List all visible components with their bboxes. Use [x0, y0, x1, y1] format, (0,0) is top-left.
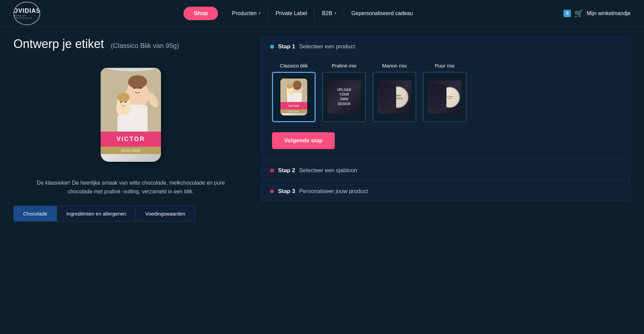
can-container: VICTOR 05-01-2019	[94, 61, 168, 169]
cart-icon: 🛒	[574, 9, 583, 18]
mini-box-praline: UPLOADYOUROWNDESIGN	[327, 80, 361, 114]
nav-item-private-label[interactable]: Private Label	[268, 7, 315, 20]
svg-point-13	[120, 101, 122, 103]
option-label-classico: Classico blik	[280, 63, 308, 68]
svg-rect-19	[292, 93, 302, 102]
tab-chocolade[interactable]: Chocolade	[13, 206, 57, 222]
mini-can-date: 05-01-2019	[280, 109, 307, 113]
right-panel: Stap 1 Selecteer een product Classico bl…	[262, 37, 631, 222]
step-2-section: Stap 2 Selecteer een sjabloon	[262, 161, 631, 180]
shop-button[interactable]: Shop	[183, 7, 218, 20]
step-2-number: Stap 2	[278, 167, 295, 174]
product-option-classico[interactable]: Classico blik	[272, 63, 316, 122]
tab-buttons: Chocolade Ingrediënten en allergenen Voe…	[13, 206, 248, 222]
header: OVIDIAS Belgian Chocolates Shop Producte…	[0, 0, 644, 27]
svg-point-22	[287, 84, 292, 89]
svg-point-5	[133, 87, 135, 89]
option-img-praline[interactable]: UPLOADYOUROWNDESIGN	[322, 72, 366, 122]
step-3-dot	[270, 189, 274, 193]
step-3-section: Stap 3 Personaliseer jouw product	[262, 182, 631, 201]
step-1-content: Classico blik	[262, 56, 630, 159]
cart-label: Mijn winkelmandje	[587, 10, 631, 16]
step-2-dot	[270, 169, 274, 173]
can-photo	[101, 68, 161, 135]
left-panel: Ontwerp je etiket (Classico Blik van 95g…	[13, 37, 248, 222]
svg-point-18	[293, 81, 302, 90]
page-title: Ontwerp je etiket (Classico Blik van 95g…	[13, 37, 248, 51]
nav-item-producten[interactable]: Producten ▾	[225, 7, 268, 20]
option-img-manon[interactable]: HAPPYBIRTHDAY	[373, 72, 416, 122]
cart-badge: 0	[564, 10, 571, 17]
logo-text: OVIDIAS	[13, 7, 40, 14]
step-3-number: Stap 3	[278, 188, 295, 195]
svg-point-14	[125, 101, 127, 103]
chevron-down-icon: ▾	[334, 11, 336, 15]
mini-can: VICTOR 05-01-2019	[280, 79, 307, 115]
can-label-name: VICTOR	[116, 136, 145, 143]
step-1-number: Stap 1	[278, 43, 295, 50]
chevron-down-icon: ▾	[259, 11, 261, 15]
option-label-praline: Praliné mix	[332, 63, 357, 68]
step-3-header: Stap 3 Personaliseer jouw product	[262, 182, 630, 201]
logo-area: OVIDIAS Belgian Chocolates	[13, 2, 40, 25]
upload-text: UPLOADYOUROWNDESIGN	[337, 88, 351, 106]
product-options: Classico blik	[272, 63, 620, 122]
svg-rect-15	[117, 115, 129, 133]
can-label-date: 05-01-2019	[101, 147, 161, 154]
option-label-puur: Puur mix	[435, 63, 454, 68]
svg-rect-23	[287, 95, 293, 102]
cart-area[interactable]: 0 🛒 Mijn winkelmandje	[564, 9, 631, 18]
mini-box-puur: decorativemotif	[428, 80, 462, 114]
step-3-title: Personaliseer jouw product	[299, 188, 368, 195]
mini-can-name: VICTOR	[288, 105, 299, 107]
mini-can-banner: VICTOR	[280, 102, 307, 109]
step-1-header: Stap 1 Selecteer een product	[262, 37, 630, 56]
nav-item-cadeau[interactable]: Gepersonaliseerd cadeau	[344, 7, 420, 20]
photo-illustration	[101, 68, 161, 135]
step-1-section: Stap 1 Selecteer een product Classico bl…	[262, 37, 631, 159]
svg-point-4	[128, 75, 147, 89]
svg-point-6	[140, 87, 142, 89]
product-description: De klassieker! De heerlijke smaak van wi…	[13, 179, 248, 196]
product-option-puur[interactable]: Puur mix decorativemotif	[423, 63, 467, 122]
option-label-manon: Manon mix	[382, 63, 407, 68]
tab-voedingswaarden[interactable]: Voedingswaarden	[136, 206, 195, 222]
page-content: Ontwerp je etiket (Classico Blik van 95g…	[0, 37, 644, 222]
step-2-header: Stap 2 Selecteer een sjabloon	[262, 161, 630, 180]
product-option-manon[interactable]: Manon mix HAPPYBIRTHDAY	[373, 63, 416, 122]
step-2-title: Selecteer een sjabloon	[299, 167, 357, 174]
logo[interactable]: OVIDIAS Belgian Chocolates	[13, 2, 40, 25]
svg-point-12	[117, 93, 129, 102]
main-nav: Shop Producten ▾ Private Label B2B ▾ Gep…	[183, 7, 420, 20]
tab-ingredienten[interactable]: Ingrediënten en allergenen	[57, 206, 136, 222]
logo-subtext: Belgian Chocolates	[14, 14, 40, 19]
can-label-banner: VICTOR	[101, 132, 161, 147]
option-img-puur[interactable]: decorativemotif	[423, 72, 467, 122]
mini-box-manon: HAPPYBIRTHDAY	[378, 80, 411, 114]
can-body: VICTOR 05-01-2019	[101, 68, 161, 162]
nav-item-b2b[interactable]: B2B ▾	[315, 7, 344, 20]
step-1-title: Selecteer een product	[299, 43, 355, 50]
next-step-button[interactable]: Volgende stap	[272, 132, 335, 149]
page-subtitle: (Classico Blik van 95g)	[111, 42, 179, 49]
step-1-dot	[270, 45, 274, 49]
option-img-classico[interactable]: VICTOR 05-01-2019	[272, 72, 316, 122]
product-option-praline[interactable]: Praliné mix UPLOADYOUROWNDESIGN	[322, 63, 366, 122]
product-preview: VICTOR 05-01-2019	[13, 61, 248, 169]
mini-can-photo-svg	[280, 79, 307, 102]
